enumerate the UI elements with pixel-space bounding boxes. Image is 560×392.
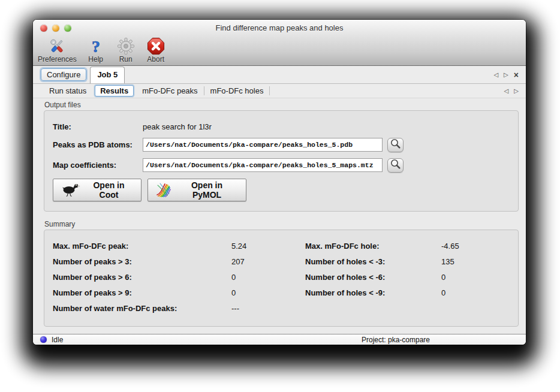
pymol-ribbon-icon: [156, 182, 171, 199]
summary-value: 5.24: [231, 242, 305, 251]
run-label: Run: [119, 55, 133, 64]
summary-value: 0: [441, 273, 518, 282]
summary-label: Number of holes < -6:: [305, 273, 441, 282]
output-files-section-label: Output files: [44, 101, 519, 109]
traffic-lights: [40, 25, 71, 32]
minimize-window-button[interactable]: [52, 25, 59, 32]
summary-row: Number of peaks > 6: 0 Number of holes <…: [53, 269, 518, 285]
summary-value: 207: [231, 257, 305, 266]
status-bar: Idle Project: pka-compare: [33, 334, 526, 345]
subtab-divider: [269, 86, 270, 95]
map-coefficients-label: Map coefficients:: [53, 161, 143, 170]
pdb-path-input[interactable]: [143, 138, 383, 152]
main-tab-bar: Configure Job 5 ◁ ▷ ×: [33, 66, 526, 84]
window-title: Find difference map peaks and holes: [33, 20, 526, 36]
project-name: Project: pka-compare: [327, 336, 465, 344]
gear-icon: [117, 37, 135, 56]
abort-octagon-icon: [147, 37, 165, 56]
desktop-background: Find difference map peaks and holes: [0, 0, 560, 392]
summary-value: 0: [231, 273, 305, 282]
main-tab-controls: ◁ ▷ ×: [493, 66, 519, 83]
subtab-run-status[interactable]: Run status: [43, 86, 92, 95]
open-in-coot-button[interactable]: Open in Coot: [53, 179, 141, 201]
summary-label: Max. mFo-DFc hole:: [305, 242, 441, 251]
output-files-group: Title: peak search for 1l3r Peaks as PDB…: [44, 110, 519, 212]
map-browse-button[interactable]: [387, 158, 404, 173]
summary-value: -4.65: [441, 242, 518, 251]
tab-job-5[interactable]: Job 5: [90, 67, 125, 83]
pdb-browse-button[interactable]: [387, 138, 404, 152]
abort-button[interactable]: Abort: [145, 37, 167, 64]
summary-label: Number of holes < -9:: [305, 288, 441, 297]
toolbar: Preferences ? Help: [33, 36, 526, 66]
sub-tab-controls: ◁ ▷: [504, 84, 519, 98]
title-value: peak search for 1l3r: [143, 122, 212, 131]
summary-value: 135: [441, 257, 518, 266]
magnifier-icon: [390, 138, 402, 152]
tab-close-icon[interactable]: ×: [514, 71, 519, 79]
summary-value: 0: [231, 288, 305, 297]
window-header: Find difference map peaks and holes: [33, 20, 526, 66]
summary-group: Max. mFo-DFc peak: 5.24 Max. mFo-DFc hol…: [44, 230, 519, 327]
coot-bird-icon: [61, 182, 80, 199]
status-text: Idle: [52, 336, 63, 344]
results-panel: Output files Title: peak search for 1l3r…: [33, 98, 526, 334]
summary-row: Max. mFo-DFc peak: 5.24 Max. mFo-DFc hol…: [53, 238, 518, 254]
summary-row: Number of water mFo-DFc peaks: ---: [53, 300, 518, 316]
abort-label: Abort: [147, 55, 164, 64]
summary-label: Max. mFo-DFc peak:: [53, 242, 231, 251]
summary-value: ---: [231, 304, 305, 313]
tab-scroll-left-icon[interactable]: ◁: [493, 72, 498, 78]
summary-label: Number of peaks > 9:: [53, 288, 231, 297]
tab-configure[interactable]: Configure: [41, 68, 86, 81]
open-in-coot-label: Open in Coot: [85, 180, 133, 200]
subtab-scroll-left-icon[interactable]: ◁: [504, 88, 509, 94]
open-in-pymol-button[interactable]: Open in PyMOL: [147, 179, 246, 201]
summary-label: Number of peaks > 6:: [53, 273, 231, 282]
status-indicator-icon: [40, 336, 47, 343]
map-path-input[interactable]: [143, 158, 383, 172]
svg-text:?: ?: [92, 37, 100, 55]
tab-scroll-right-icon[interactable]: ▷: [504, 72, 508, 78]
summary-row: Number of peaks > 9: 0 Number of holes <…: [53, 285, 518, 300]
summary-label: Number of peaks > 3:: [53, 257, 231, 266]
subtab-mfo-dfc-holes[interactable]: mFo-DFc holes: [204, 86, 270, 95]
preferences-label: Preferences: [38, 55, 77, 64]
close-window-button[interactable]: [40, 25, 47, 32]
summary-label: Number of holes < -3:: [305, 257, 441, 266]
run-button[interactable]: Run: [115, 37, 137, 64]
summary-value: 0: [441, 288, 518, 297]
tools-icon: [47, 37, 67, 56]
open-in-pymol-label: Open in PyMOL: [176, 180, 238, 200]
help-button[interactable]: ? Help: [85, 37, 107, 64]
app-window: Find difference map peaks and holes: [33, 20, 526, 345]
pdb-atoms-label: Peaks as PDB atoms:: [53, 140, 143, 149]
sub-tab-bar: Run status Results mFo-DFc peaks mFo-DFc…: [33, 84, 526, 98]
subtab-scroll-right-icon[interactable]: ▷: [514, 88, 519, 94]
subtab-results[interactable]: Results: [95, 85, 134, 97]
title-label: Title:: [53, 122, 143, 131]
summary-label: Number of water mFo-DFc peaks:: [53, 304, 231, 313]
summary-section-label: Summary: [44, 220, 519, 228]
magnifier-icon: [390, 158, 402, 172]
subtab-mfo-dfc-peaks[interactable]: mFo-DFc peaks: [136, 86, 203, 95]
preferences-button[interactable]: Preferences: [38, 37, 77, 64]
titlebar[interactable]: Find difference map peaks and holes: [33, 20, 526, 36]
summary-row: Number of peaks > 3: 207 Number of holes…: [53, 254, 518, 269]
help-label: Help: [88, 55, 103, 64]
question-mark-icon: ?: [89, 37, 103, 56]
zoom-window-button[interactable]: [64, 25, 71, 32]
